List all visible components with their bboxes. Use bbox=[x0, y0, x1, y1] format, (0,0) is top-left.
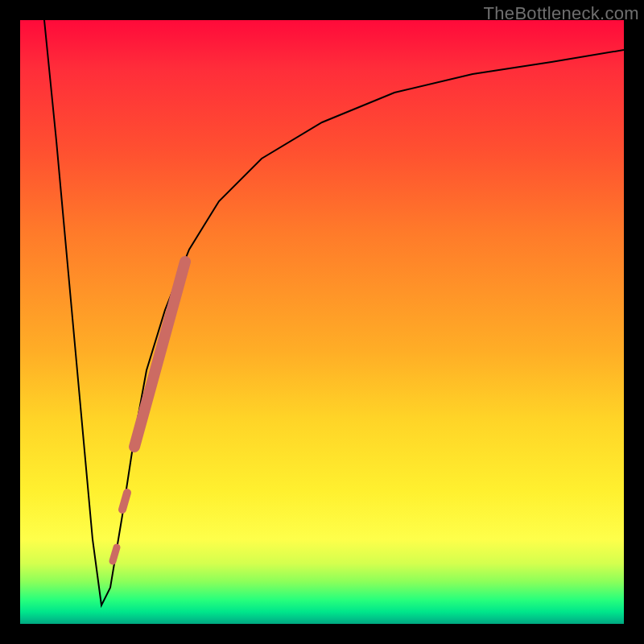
chart-plot-area bbox=[20, 20, 624, 624]
bottleneck-curve-svg bbox=[20, 20, 624, 624]
highlight-dot-1 bbox=[122, 493, 127, 510]
highlight-band bbox=[134, 262, 185, 447]
bottleneck-curve bbox=[44, 20, 624, 605]
highlight-dot-2 bbox=[113, 547, 117, 561]
chart-frame: TheBottleneck.com bbox=[0, 0, 644, 644]
